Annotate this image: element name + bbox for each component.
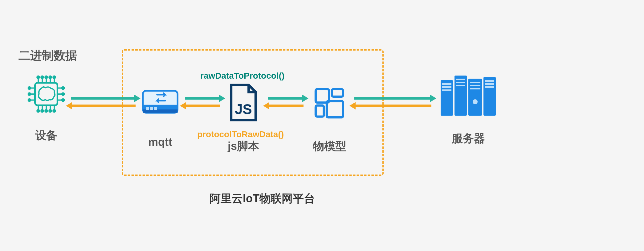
arrow-forward-icon bbox=[268, 97, 304, 100]
arrows-js-model bbox=[268, 97, 304, 109]
svg-point-14 bbox=[41, 110, 43, 112]
arrow-back-icon bbox=[354, 105, 431, 107]
svg-point-16 bbox=[45, 110, 47, 112]
svg-rect-55 bbox=[470, 82, 480, 83]
svg-rect-58 bbox=[485, 80, 494, 82]
svg-point-12 bbox=[37, 110, 39, 112]
modules-grid-icon bbox=[311, 85, 348, 122]
svg-point-22 bbox=[28, 87, 31, 89]
svg-point-2 bbox=[37, 76, 39, 79]
svg-point-20 bbox=[53, 110, 55, 112]
svg-rect-48 bbox=[442, 83, 451, 85]
svg-point-6 bbox=[45, 76, 47, 79]
function-raw-to-protocol-label: rawDataToProtocol() bbox=[200, 71, 284, 81]
svg-rect-59 bbox=[485, 83, 494, 85]
svg-rect-49 bbox=[442, 86, 451, 88]
svg-point-26 bbox=[28, 99, 31, 101]
node-model-label: 物模型 bbox=[308, 139, 351, 154]
svg-rect-42 bbox=[316, 105, 324, 117]
svg-point-30 bbox=[62, 93, 64, 95]
node-mqtt-label: mqtt bbox=[139, 136, 182, 149]
svg-rect-56 bbox=[470, 85, 480, 86]
node-server-label: 服务器 bbox=[438, 131, 499, 146]
router-switch-icon bbox=[140, 86, 180, 117]
svg-point-18 bbox=[49, 110, 51, 112]
svg-rect-38 bbox=[154, 107, 157, 110]
svg-rect-43 bbox=[327, 101, 343, 117]
arrow-forward-icon bbox=[71, 97, 136, 100]
svg-rect-57 bbox=[470, 88, 480, 89]
platform-caption: 阿里云IoT物联网平台 bbox=[210, 191, 315, 206]
node-server: 服务器 bbox=[438, 72, 499, 146]
arrow-back-icon bbox=[185, 105, 220, 107]
arrow-back-icon bbox=[268, 105, 304, 107]
svg-point-10 bbox=[53, 76, 55, 79]
svg-text:JS: JS bbox=[235, 101, 252, 117]
svg-point-24 bbox=[28, 93, 31, 95]
js-file-icon: JS bbox=[226, 83, 260, 122]
node-device-label: 设备 bbox=[25, 128, 68, 143]
svg-rect-37 bbox=[150, 107, 153, 110]
svg-point-32 bbox=[62, 99, 64, 101]
svg-rect-41 bbox=[332, 89, 343, 97]
node-js-label: js脚本 bbox=[222, 139, 265, 154]
server-rack-icon bbox=[439, 72, 498, 119]
node-device: 设备 bbox=[25, 74, 68, 143]
function-protocol-to-raw-label: protocolToRawData() bbox=[197, 130, 284, 139]
node-mqtt: mqtt bbox=[139, 86, 182, 149]
arrow-back-icon bbox=[71, 105, 136, 107]
arrow-forward-icon bbox=[354, 97, 431, 100]
svg-rect-36 bbox=[146, 107, 149, 110]
binary-data-heading: 二进制数据 bbox=[18, 48, 77, 64]
svg-point-4 bbox=[41, 76, 43, 79]
svg-rect-51 bbox=[456, 79, 465, 80]
node-js: JS js脚本 bbox=[222, 83, 265, 154]
svg-rect-60 bbox=[485, 86, 494, 88]
node-model: 物模型 bbox=[308, 85, 351, 154]
svg-rect-50 bbox=[442, 89, 451, 91]
svg-rect-44 bbox=[441, 80, 453, 116]
svg-rect-46 bbox=[468, 79, 482, 116]
svg-point-54 bbox=[473, 99, 478, 104]
arrows-device-mqtt bbox=[71, 97, 136, 109]
chip-brain-icon bbox=[26, 74, 66, 114]
diagram-canvas: 二进制数据 阿里云IoT物联网平台 bbox=[0, 0, 644, 251]
svg-rect-45 bbox=[454, 76, 467, 116]
svg-rect-47 bbox=[483, 77, 496, 116]
arrows-mqtt-js bbox=[185, 97, 220, 109]
svg-rect-52 bbox=[456, 82, 465, 83]
svg-point-8 bbox=[49, 76, 51, 79]
arrow-forward-icon bbox=[185, 97, 220, 100]
arrows-model-server bbox=[354, 97, 431, 109]
svg-rect-53 bbox=[456, 85, 465, 86]
svg-point-28 bbox=[62, 87, 64, 89]
